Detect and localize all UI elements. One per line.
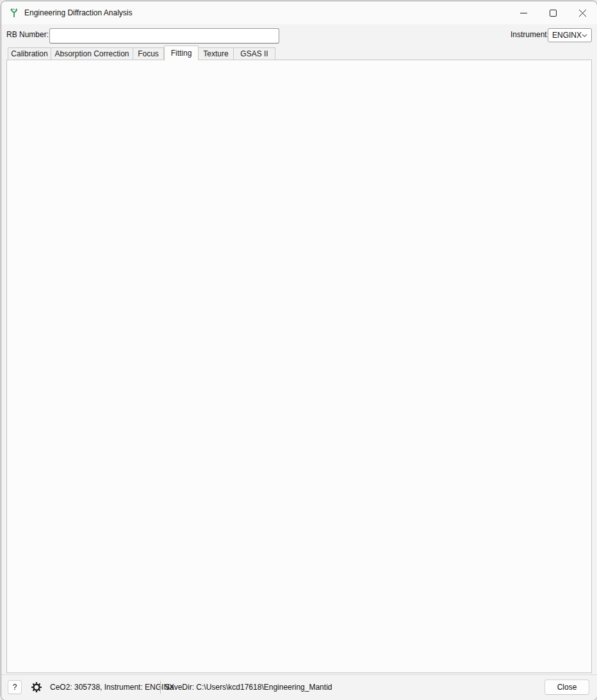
chevron-down-icon xyxy=(582,33,587,38)
instrument-label: Instrument: xyxy=(511,30,549,39)
close-icon xyxy=(579,10,586,17)
instrument-combo[interactable]: ENGINX xyxy=(548,28,592,42)
engineering-diffraction-window: Engineering Diffraction Analysis RB Numb… xyxy=(1,1,597,700)
tab-bar: Calibration Absorption Correction Focus … xyxy=(8,45,275,60)
minimize-button[interactable] xyxy=(509,1,538,24)
fitting-tab-pane xyxy=(6,60,592,673)
tab-focus[interactable]: Focus xyxy=(133,47,164,60)
mantid-app-icon xyxy=(9,8,19,18)
close-button[interactable]: Close xyxy=(544,680,589,695)
tab-gsas-ii[interactable]: GSAS II xyxy=(234,47,275,60)
tab-fitting[interactable]: Fitting xyxy=(164,45,199,60)
title-bar[interactable]: Engineering Diffraction Analysis xyxy=(1,1,597,24)
minimize-icon xyxy=(520,10,527,17)
gear-icon xyxy=(31,681,42,693)
statusbar-separator xyxy=(160,681,161,694)
rb-number-label: RB Number: xyxy=(6,30,49,39)
tab-texture[interactable]: Texture xyxy=(199,47,234,60)
status-bar: ? CeO2: 305738, Instrument: ENGINX SaveD… xyxy=(1,674,597,700)
help-button[interactable]: ? xyxy=(8,680,22,694)
calibration-status-text: CeO2: 305738, Instrument: ENGINX xyxy=(50,675,174,699)
maximize-button[interactable] xyxy=(538,1,568,24)
maximize-icon xyxy=(550,10,557,17)
tab-calibration[interactable]: Calibration xyxy=(8,47,51,60)
settings-button[interactable] xyxy=(29,680,44,694)
tab-absorption-correction[interactable]: Absorption Correction xyxy=(51,47,133,60)
close-window-button[interactable] xyxy=(568,1,597,24)
rb-number-input[interactable] xyxy=(49,28,279,44)
header-row: RB Number: Instrument: ENGINX xyxy=(1,24,597,45)
window-title: Engineering Diffraction Analysis xyxy=(24,8,133,17)
savedir-status-text: SaveDir: C:\Users\kcd17618\Engineering_M… xyxy=(165,675,332,699)
